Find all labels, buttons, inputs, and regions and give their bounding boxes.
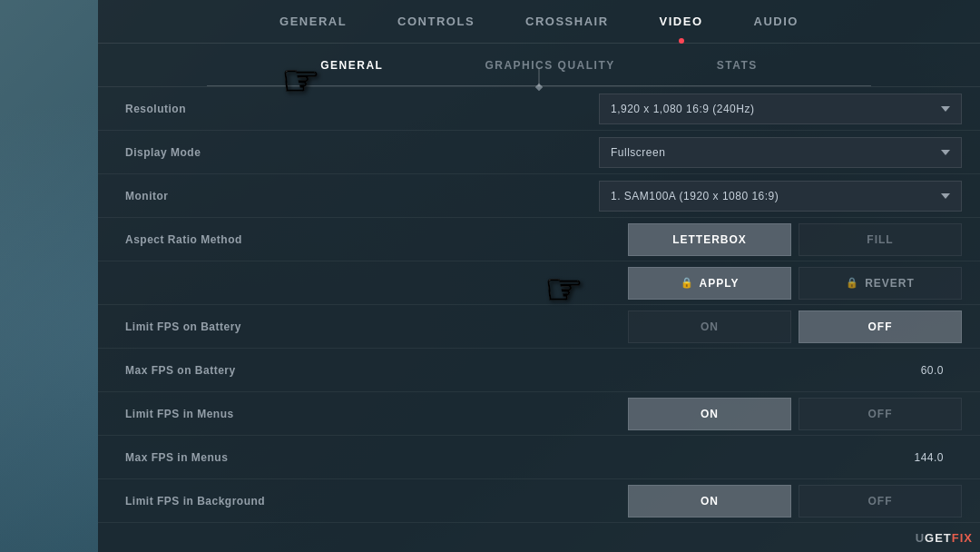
monitor-dropdown-arrow bbox=[941, 193, 950, 199]
watermark-u: U bbox=[916, 531, 925, 545]
aspect-ratio-label: Aspect Ratio Method bbox=[116, 233, 515, 246]
monitor-row: Monitor 1. SAM100A (1920 x 1080 16:9) bbox=[98, 174, 980, 218]
fps-menus-on-btn[interactable]: On bbox=[628, 398, 791, 430]
sub-tab-graphics[interactable]: GRAPHICS QUALITY bbox=[470, 52, 629, 79]
max-fps-battery-value: 60.0 bbox=[921, 364, 962, 377]
max-fps-menus-value: 144.0 bbox=[914, 451, 962, 464]
watermark: UGETFIX bbox=[916, 531, 973, 545]
display-mode-label: Display Mode bbox=[116, 146, 515, 159]
max-fps-menus-row: Max FPS in Menus 144.0 bbox=[98, 436, 980, 479]
display-mode-dropdown[interactable]: Fullscreen bbox=[599, 137, 962, 168]
resolution-dropdown[interactable]: 1,920 x 1,080 16:9 (240Hz) bbox=[599, 94, 962, 124]
max-fps-menus-label: Max FPS in Menus bbox=[116, 451, 515, 464]
fps-battery-on-btn[interactable]: On bbox=[628, 310, 791, 343]
sub-tab-stats[interactable]: STATS bbox=[702, 52, 772, 79]
main-container: GENERAL CONTROLS CROSSHAIR VIDEO AUDIO G… bbox=[98, 0, 980, 552]
monitor-control: 1. SAM100A (1920 x 1080 16:9) bbox=[515, 181, 962, 212]
fps-background-toggle-group: On Off bbox=[628, 485, 962, 518]
tab-crosshair[interactable]: CROSSHAIR bbox=[500, 0, 634, 44]
tab-audio[interactable]: AUDIO bbox=[729, 0, 824, 44]
tab-controls[interactable]: CONTROLS bbox=[372, 0, 500, 44]
aspect-ratio-control: Letterbox Fill bbox=[515, 223, 962, 256]
fps-menus-row: Limit FPS in Menus On Off bbox=[98, 392, 980, 436]
fps-menus-label: Limit FPS in Menus bbox=[116, 408, 515, 420]
display-mode-dropdown-arrow bbox=[941, 150, 950, 155]
action-row: 🔒 APPLY 🔒 REVERT bbox=[98, 261, 980, 305]
watermark-get: GET bbox=[925, 531, 952, 545]
tab-video[interactable]: VIDEO bbox=[634, 0, 729, 44]
fps-background-row: Limit FPS in Background On Off bbox=[98, 479, 980, 523]
monitor-dropdown[interactable]: 1. SAM100A (1920 x 1080 16:9) bbox=[599, 181, 962, 212]
fps-background-on-btn[interactable]: On bbox=[628, 485, 791, 518]
fps-battery-toggle-group: On Off bbox=[628, 310, 962, 343]
apply-lock-icon: 🔒 bbox=[681, 277, 694, 289]
max-fps-battery-control: 60.0 bbox=[515, 364, 962, 377]
sub-nav: GENERAL GRAPHICS QUALITY STATS bbox=[98, 44, 980, 87]
fps-menus-off-btn[interactable]: Off bbox=[799, 398, 962, 430]
fps-battery-control: On Off bbox=[515, 310, 962, 343]
fps-battery-row: Limit FPS on Battery On Off bbox=[98, 305, 980, 349]
fps-menus-control: On Off bbox=[515, 398, 962, 430]
fps-background-control: On Off bbox=[515, 485, 962, 518]
watermark-fix: FIX bbox=[952, 531, 973, 545]
fps-battery-off-btn[interactable]: Off bbox=[799, 310, 962, 343]
diamond-1 bbox=[535, 84, 543, 91]
aspect-ratio-letterbox-btn[interactable]: Letterbox bbox=[628, 223, 791, 256]
fps-menus-toggle-group: On Off bbox=[628, 398, 962, 430]
monitor-label: Monitor bbox=[116, 190, 515, 202]
tab-general[interactable]: GENERAL bbox=[254, 0, 372, 44]
resolution-label: Resolution bbox=[116, 103, 515, 115]
display-mode-control: Fullscreen bbox=[515, 137, 962, 168]
aspect-ratio-fill-btn[interactable]: Fill bbox=[799, 223, 962, 256]
apply-label: APPLY bbox=[700, 277, 740, 290]
sub-nav-line-right bbox=[539, 85, 871, 86]
aspect-ratio-toggle-group: Letterbox Fill bbox=[628, 223, 962, 256]
fps-background-off-btn[interactable]: Off bbox=[799, 485, 962, 518]
max-fps-menus-control: 144.0 bbox=[515, 451, 962, 464]
revert-button[interactable]: 🔒 REVERT bbox=[799, 267, 962, 300]
aspect-ratio-row: Aspect Ratio Method Letterbox Fill bbox=[98, 218, 980, 261]
center-diamonds bbox=[536, 84, 542, 90]
max-fps-battery-row: Max FPS on Battery 60.0 bbox=[98, 349, 980, 392]
resolution-row: Resolution 1,920 x 1,080 16:9 (240Hz) bbox=[98, 87, 980, 131]
fps-background-label: Limit FPS in Background bbox=[116, 495, 515, 508]
resolution-dropdown-arrow bbox=[941, 106, 950, 112]
revert-lock-icon: 🔒 bbox=[846, 277, 859, 289]
max-fps-battery-label: Max FPS on Battery bbox=[116, 364, 515, 377]
fps-battery-label: Limit FPS on Battery bbox=[116, 320, 515, 333]
apply-button[interactable]: 🔒 APPLY bbox=[628, 267, 791, 300]
top-nav: GENERAL CONTROLS CROSSHAIR VIDEO AUDIO bbox=[98, 0, 980, 44]
display-mode-row: Display Mode Fullscreen bbox=[98, 131, 980, 174]
sub-tab-general[interactable]: GENERAL bbox=[306, 52, 397, 79]
sub-nav-line-left bbox=[207, 85, 539, 86]
resolution-control: 1,920 x 1,080 16:9 (240Hz) bbox=[515, 94, 962, 124]
revert-label: REVERT bbox=[865, 277, 915, 290]
content-area: Resolution 1,920 x 1,080 16:9 (240Hz) Di… bbox=[98, 87, 980, 523]
